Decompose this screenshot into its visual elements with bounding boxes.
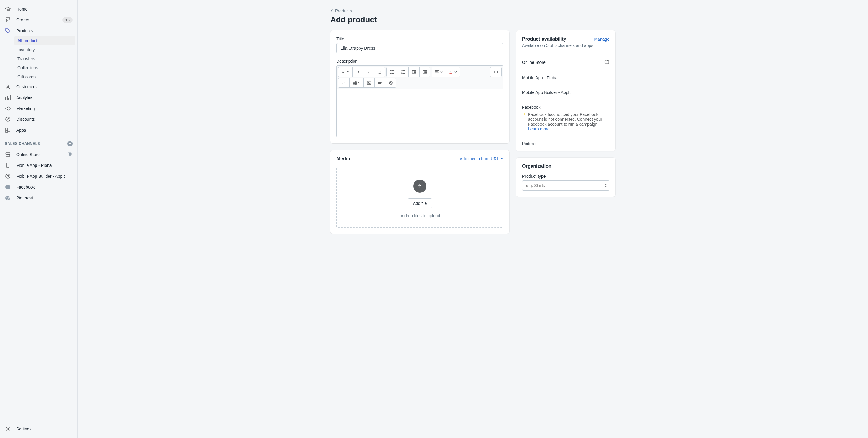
rte-clear-button[interactable] [385, 78, 396, 87]
availability-online-store: Online Store [516, 54, 615, 70]
channel-name: Facebook [522, 105, 540, 110]
availability-heading: Product availability [522, 36, 566, 42]
subnav-inventory[interactable]: Inventory [14, 45, 75, 54]
rte-align-dropdown[interactable] [432, 67, 446, 76]
organization-heading: Organization [522, 164, 610, 169]
add-media-url-link[interactable]: Add media from URL [460, 156, 503, 161]
svg-point-13 [7, 428, 9, 430]
media-card: Media Add media from URL Add file or dro… [330, 150, 509, 234]
nav-label: Apps [16, 128, 26, 133]
add-file-button[interactable]: Add file [408, 198, 432, 208]
svg-rect-31 [413, 71, 416, 72]
nav-home[interactable]: Home [0, 4, 78, 14]
channel-facebook[interactable]: Facebook [0, 182, 78, 193]
channel-online-store[interactable]: Online Store [0, 149, 78, 160]
svg-rect-36 [424, 72, 427, 73]
products-icon [5, 28, 11, 34]
subnav-transfers[interactable]: Transfers [14, 54, 75, 63]
svg-text:B: B [356, 70, 359, 74]
svg-point-20 [390, 72, 391, 72]
rte-color-dropdown[interactable]: A [446, 67, 460, 76]
svg-rect-25 [402, 70, 405, 71]
channel-appit[interactable]: Mobile App Builder - AppIt [0, 171, 78, 182]
analytics-icon [5, 95, 11, 101]
nav-products[interactable]: Products [0, 25, 78, 36]
nav-label: Products [16, 28, 33, 33]
media-dropzone[interactable]: Add file or drop files to upload [336, 167, 503, 228]
nav-customers[interactable]: Customers [0, 81, 78, 92]
product-info-card: Title Description A B I U [330, 30, 509, 143]
nav-marketing[interactable]: Marketing [0, 103, 78, 114]
subnav-collections[interactable]: Collections [14, 63, 75, 72]
nav-settings[interactable]: Settings [0, 424, 78, 434]
breadcrumb-label: Products [335, 8, 352, 13]
rte-indent-button[interactable] [419, 67, 430, 76]
settings-icon [5, 426, 11, 432]
svg-rect-41 [435, 73, 438, 74]
product-type-input[interactable] [522, 180, 610, 191]
rte-html-button[interactable] [490, 67, 501, 76]
channel-pinterest[interactable]: Pinterest [0, 193, 78, 203]
rte-bold-button[interactable]: B [352, 67, 363, 76]
chevron-left-icon [330, 9, 333, 13]
svg-rect-34 [423, 70, 427, 71]
availability-appit: Mobile App Builder - AppIt [516, 85, 615, 100]
description-editor[interactable] [336, 89, 503, 137]
organization-card: Organization Product type [516, 158, 615, 197]
channel-label: Facebook [16, 184, 35, 190]
nav-label: Settings [16, 427, 32, 431]
rte-video-button[interactable] [374, 78, 385, 87]
pinterest-icon [5, 195, 11, 201]
svg-rect-44 [353, 81, 356, 85]
svg-rect-49 [605, 60, 609, 64]
rte-italic-button[interactable]: I [363, 67, 374, 76]
schedule-icon[interactable] [604, 59, 610, 65]
availability-pinterest: Pinterest [516, 136, 615, 151]
channel-label: Mobile App - Plobal [16, 163, 53, 168]
view-store-icon[interactable] [67, 151, 73, 158]
rte-ol-button[interactable]: 123 [398, 67, 408, 76]
channel-label: Pinterest [16, 196, 33, 200]
sidebar: Home Orders 15 Products All products Inv… [0, 0, 78, 438]
add-media-url-label: Add media from URL [460, 156, 499, 161]
subnav-all-products[interactable]: All products [14, 36, 75, 45]
nav-label: Marketing [16, 106, 35, 111]
title-input[interactable] [336, 43, 503, 53]
orders-icon [5, 17, 11, 23]
svg-rect-35 [424, 71, 427, 72]
rte-format-dropdown[interactable]: A [338, 67, 352, 76]
svg-rect-4 [8, 128, 10, 130]
nav-apps[interactable]: Apps [0, 125, 78, 136]
rte-toolbar: A B I U 123 [336, 65, 503, 89]
svg-point-10 [7, 175, 9, 177]
svg-rect-29 [402, 73, 405, 74]
upload-icon [413, 179, 427, 193]
rte-table-dropdown[interactable] [349, 78, 364, 87]
rte-underline-button[interactable]: U [374, 67, 385, 76]
manage-availability-link[interactable]: Manage [594, 37, 610, 41]
channel-plobal[interactable]: Mobile App - Plobal [0, 160, 78, 171]
facebook-warning: Facebook has noticed your Facebook accou… [516, 112, 615, 136]
nav-label: Orders [16, 18, 29, 22]
nav-discounts[interactable]: Discounts [0, 114, 78, 125]
rte-ul-button[interactable] [387, 67, 398, 76]
home-icon [5, 6, 11, 12]
breadcrumb[interactable]: Products [330, 8, 352, 13]
rte-image-button[interactable] [364, 78, 374, 87]
target-icon [5, 173, 11, 179]
channel-name: Mobile App - Plobal [522, 75, 558, 80]
svg-rect-27 [402, 72, 405, 72]
learn-more-link[interactable]: Learn more [528, 127, 550, 131]
add-channel-button[interactable] [67, 141, 73, 146]
customers-icon [5, 84, 11, 90]
svg-point-8 [7, 167, 8, 167]
rte-link-button[interactable] [338, 78, 349, 87]
nav-orders[interactable]: Orders 15 [0, 14, 78, 25]
svg-text:A: A [342, 70, 344, 74]
nav-label: Analytics [16, 95, 33, 100]
title-label: Title [336, 36, 503, 41]
subnav-gift-cards[interactable]: Gift cards [14, 72, 75, 81]
rte-outdent-button[interactable] [408, 67, 419, 76]
nav-analytics[interactable]: Analytics [0, 92, 78, 103]
svg-rect-43 [450, 73, 452, 73]
